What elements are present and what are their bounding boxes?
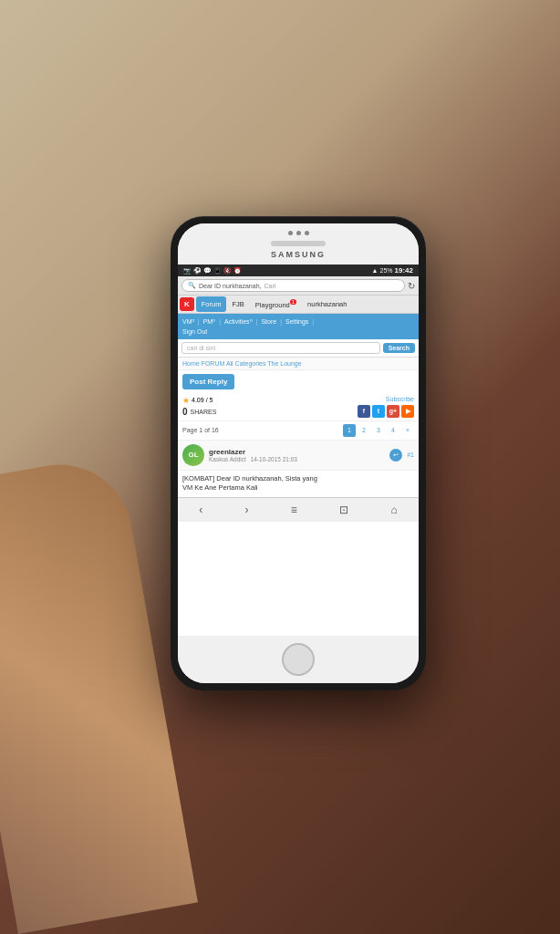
tab-forum[interactable]: Forum: [196, 296, 227, 312]
shares-label: SHARES: [191, 409, 217, 415]
user-info: greenlazer Kaskus Addict 14-10-2015 21:0…: [209, 448, 385, 462]
search-bar: cari di sini Search: [178, 339, 419, 358]
menu-settings[interactable]: Settings: [285, 317, 308, 327]
breadcrumb: Home FORUM All Categories The Lounge: [178, 358, 419, 370]
nav-tabs: K Forum FJB Playground1 nurkhazanah: [178, 296, 419, 314]
time-display: 19:42: [395, 266, 413, 275]
post-reply-section: Post Reply: [178, 370, 419, 393]
tab-playground[interactable]: Playground1: [250, 296, 302, 313]
battery-level: 25%: [380, 267, 393, 274]
breadcrumb-forum[interactable]: FORUM: [202, 360, 225, 367]
post-user-row: GL greenlazer Kaskus Addict 14-10-2015 2…: [178, 441, 419, 471]
rating-score: 4.09: [192, 397, 204, 403]
url-input[interactable]: 🔍 Dear ID nurkhazanah, Cari: [181, 279, 405, 292]
page-3[interactable]: 3: [372, 424, 385, 437]
googleplus-icon[interactable]: g+: [387, 405, 399, 418]
user-role: Kaskus Addict: [209, 456, 246, 462]
url-text: Dear ID nurkhazanah,: [199, 283, 261, 289]
twitter-icon[interactable]: t: [372, 405, 385, 418]
rating-section: ★ 4.09 / 5 0 SHARES Subscribe f t: [178, 393, 419, 421]
breadcrumb-home[interactable]: Home: [182, 360, 200, 367]
breadcrumb-lounge[interactable]: The Lounge: [267, 360, 301, 367]
top-bezel: SAMSUNG: [178, 223, 419, 265]
url-search-hint: Cari: [264, 283, 275, 289]
menu-pm[interactable]: PM⁰: [203, 317, 216, 327]
rating-max: 5: [210, 397, 213, 403]
forward-button[interactable]: ›: [238, 502, 256, 518]
rating-stars: ★ 4.09 / 5: [182, 396, 216, 405]
status-icons-left: 📷 ⚽ 💬 📱 🔇 ⏰: [183, 267, 242, 275]
wifi-icon: ▲: [372, 267, 379, 274]
page-2[interactable]: 2: [358, 424, 370, 437]
tab-username[interactable]: nurkhazanah: [302, 296, 352, 312]
status-bar: 📷 ⚽ 💬 📱 🔇 ⏰ ▲ 25% 19:42: [178, 265, 419, 276]
shares-count: 0: [182, 407, 188, 417]
speaker: [271, 241, 326, 246]
sep4: |: [280, 317, 282, 327]
browser-bottom-nav: ‹ › ≡ ⊡ ⌂: [178, 497, 419, 522]
dot3: [305, 231, 309, 235]
page-next[interactable]: »: [401, 424, 414, 437]
subscribe-link[interactable]: Subscribe: [386, 396, 414, 402]
tabs-button[interactable]: ⊡: [332, 502, 356, 518]
refresh-button[interactable]: ↻: [408, 281, 415, 291]
chat-icon: 💬: [203, 267, 212, 275]
playground-badge: 1: [290, 299, 296, 305]
page-numbers: 1 2 3 4 »: [343, 424, 414, 437]
menu-button[interactable]: ≡: [284, 502, 305, 518]
menu-activities[interactable]: Activities⁰: [224, 317, 253, 327]
menu-vm[interactable]: VM³: [182, 317, 194, 327]
menu-row: VM³ | PM⁰ | Activities⁰ | Store | Settin…: [182, 317, 414, 327]
bottom-bezel: [178, 636, 419, 683]
sep2: |: [219, 317, 221, 327]
search-button[interactable]: Search: [383, 343, 415, 353]
facebook-icon[interactable]: f: [358, 405, 370, 418]
user-meta: Kaskus Addict 14-10-2015 21:03: [209, 456, 385, 462]
hardware-home-button[interactable]: [282, 643, 315, 676]
post-number: #1: [407, 451, 414, 458]
content-menu: VM³ | PM⁰ | Activities⁰ | Store | Settin…: [178, 314, 419, 339]
camera-icon: 📷: [183, 267, 192, 275]
post-content-line2: VM Ke Ane Pertama Kali: [182, 483, 414, 493]
menu-signout[interactable]: Sign Out: [182, 328, 207, 335]
brand-label: SAMSUNG: [271, 250, 326, 259]
menu-store[interactable]: Store: [261, 317, 276, 327]
search-input[interactable]: cari di sini: [181, 342, 380, 354]
rating-right: Subscribe f t g+ ▶: [358, 396, 414, 418]
post-content: [KOMBAT] Dear ID nurkhazanah, Sista yang…: [178, 471, 419, 497]
alarm-icon: ⏰: [233, 267, 242, 275]
breadcrumb-allcat[interactable]: All Categories: [226, 360, 266, 367]
post-reply-button[interactable]: Post Reply: [182, 374, 234, 389]
url-bar: 🔍 Dear ID nurkhazanah, Cari ↻: [178, 276, 419, 296]
social-icons: f t g+ ▶: [358, 405, 414, 418]
username[interactable]: greenlazer: [209, 448, 385, 456]
sep1: |: [198, 317, 200, 327]
search-icon: 🔍: [188, 282, 196, 289]
camera-area: [288, 231, 309, 235]
rating-slash: /: [206, 397, 208, 403]
star-icon: ★: [182, 396, 190, 405]
shares-row: 0 SHARES: [182, 407, 216, 417]
post-content-line1: [KOMBAT] Dear ID nurkhazanah, Sista yang: [182, 474, 414, 484]
post-date: 14-10-2015 21:03: [251, 456, 297, 462]
dot1: [288, 231, 293, 235]
back-button[interactable]: ‹: [192, 502, 210, 518]
phone-body: SAMSUNG 📷 ⚽ 💬 📱 🔇 ⏰ ▲ 25% 19:42: [178, 223, 419, 683]
page-1[interactable]: 1: [343, 424, 356, 437]
phone-shell: SAMSUNG 📷 ⚽ 💬 📱 🔇 ⏰ ▲ 25% 19:42: [171, 216, 426, 690]
rating-left: ★ 4.09 / 5 0 SHARES: [182, 396, 216, 417]
user-avatar: GL: [182, 444, 204, 466]
home-button[interactable]: ⌂: [384, 502, 405, 518]
tab-playground-label: Playground: [255, 301, 290, 309]
page-4[interactable]: 4: [387, 424, 399, 437]
page-info: Page 1 of 16: [182, 427, 219, 433]
tab-fjb[interactable]: FJB: [226, 296, 249, 312]
game-icon: ⚽: [193, 267, 202, 275]
kaskus-logo[interactable]: K: [180, 297, 194, 311]
reply-icon: ↩: [389, 449, 402, 462]
search-placeholder: cari di sini: [187, 345, 215, 351]
status-icons-right: ▲ 25% 19:42: [372, 266, 413, 275]
youtube-icon[interactable]: ▶: [401, 405, 414, 418]
pagination-section: Page 1 of 16 1 2 3 4 »: [178, 421, 419, 441]
mute-icon: 🔇: [223, 267, 232, 275]
